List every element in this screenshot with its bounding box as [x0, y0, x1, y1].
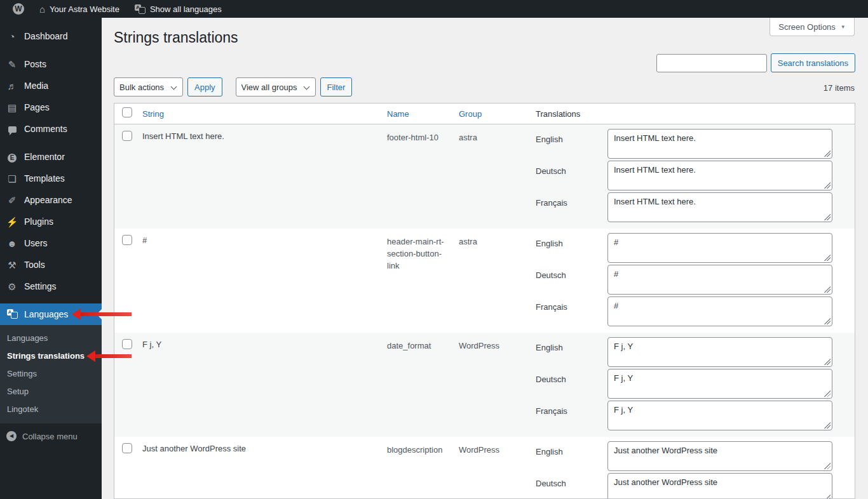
translation-textarea-français[interactable] [607, 296, 832, 326]
collapse-arrow-icon: ◀ [6, 431, 17, 441]
sidebar-item-tools[interactable]: ⚒Tools [0, 254, 102, 276]
row-checkbox[interactable] [122, 131, 132, 141]
group-filter-select[interactable]: View all groups [236, 77, 316, 96]
resize-grip-icon[interactable] [824, 182, 831, 189]
row-checkbox[interactable] [122, 235, 132, 245]
name-cell: blogdescription [382, 437, 454, 499]
resize-grip-icon[interactable] [824, 422, 831, 429]
sidebar-item-dashboard[interactable]: ◔Dashboard [0, 25, 102, 47]
row-checkbox[interactable] [122, 443, 132, 453]
translation-textarea-deutsch[interactable] [607, 265, 832, 295]
translation-row: Français [536, 401, 855, 430]
menu-separator [0, 140, 102, 146]
menu-separator [0, 297, 102, 303]
name-cell: footer-html-10 [382, 124, 454, 229]
wordpress-menu[interactable]: W [5, 0, 32, 18]
dashboard-icon: ◔ [6, 32, 18, 41]
translation-row: English [536, 337, 855, 367]
translation-row: English [536, 129, 855, 159]
sidebar-item-elementor[interactable]: EElementor [0, 146, 102, 168]
string-cell: F j, Y [137, 333, 382, 437]
submenu-item-setup[interactable]: Setup [0, 383, 102, 401]
elementor-icon: E [6, 152, 18, 163]
admin-menu: ◔Dashboard✎Posts♬Media▤PagesCommentsEEle… [0, 18, 102, 423]
translation-textarea-deutsch[interactable] [607, 369, 832, 399]
string-cell: Insert HTML text here. [137, 124, 382, 229]
translation-row: English [536, 441, 855, 471]
collapse-menu-label: Collapse menu [22, 432, 78, 441]
submenu-item-lingotek[interactable]: Lingotek [0, 401, 102, 418]
resize-grip-icon[interactable] [824, 255, 831, 261]
translate-icon [6, 309, 18, 320]
resize-grip-icon[interactable] [824, 318, 831, 324]
sidebar-item-label: Languages [24, 309, 68, 319]
sidebar-item-comments[interactable]: Comments [0, 118, 102, 140]
sidebar-item-posts[interactable]: ✎Posts [0, 53, 102, 75]
translation-row: English [536, 233, 855, 263]
column-header-string[interactable]: String [142, 109, 164, 119]
resize-grip-icon[interactable] [824, 463, 831, 469]
translation-textarea-deutsch[interactable] [607, 473, 832, 499]
table-header-row: String Name Group Translations [114, 103, 855, 124]
bulk-actions-toolbar: Bulk actions Apply View all groups Filte… [114, 77, 352, 96]
show-all-languages[interactable]: Show all languages [127, 0, 229, 18]
group-cell: WordPress [454, 333, 527, 437]
media-icon: ♬ [6, 81, 18, 91]
translation-textarea-français[interactable] [607, 401, 832, 430]
table-row: #header-main-rt-section-button-linkastra… [114, 229, 855, 333]
search-translations-button[interactable]: Search translations [771, 53, 855, 72]
translation-textarea-deutsch[interactable] [607, 161, 832, 190]
resize-grip-icon[interactable] [824, 214, 831, 220]
sidebar-item-pages[interactable]: ▤Pages [0, 96, 102, 118]
sidebar-item-appearance[interactable]: ✐Appearance [0, 189, 102, 211]
apply-button[interactable]: Apply [187, 77, 222, 96]
comment-icon [6, 124, 18, 134]
site-name: Your Astra Website [50, 4, 119, 14]
sidebar-item-label: Tools [24, 260, 45, 270]
filter-button[interactable]: Filter [320, 77, 353, 96]
textarea-wrap [607, 369, 832, 399]
bulk-actions-select[interactable]: Bulk actions [114, 77, 183, 96]
translation-textarea-english[interactable] [607, 129, 832, 159]
translation-textarea-english[interactable] [607, 441, 832, 471]
language-label: Français [536, 296, 607, 326]
home-icon: ⌂ [39, 4, 45, 14]
submenu-item-settings[interactable]: Settings [0, 365, 102, 383]
translation-textarea-english[interactable] [607, 233, 832, 263]
settings-icon: ⚙ [6, 282, 18, 291]
resize-grip-icon[interactable] [824, 495, 831, 499]
search-box: Search translations [656, 53, 855, 72]
sidebar-item-users[interactable]: ☻Users [0, 232, 102, 254]
chevron-down-icon: ▼ [841, 24, 846, 30]
column-header-group[interactable]: Group [459, 109, 482, 119]
row-checkbox[interactable] [122, 339, 132, 349]
sidebar-item-label: Templates [24, 173, 65, 183]
screen-options-tab[interactable]: Screen Options ▼ [770, 18, 855, 36]
submenu-item-languages[interactable]: Languages [0, 329, 102, 347]
admin-bar: W ⌂ Your Astra Website Show all language… [0, 0, 868, 18]
column-header-name[interactable]: Name [387, 109, 409, 119]
select-all-checkbox[interactable] [122, 107, 132, 117]
resize-grip-icon[interactable] [824, 359, 831, 365]
translation-textarea-français[interactable] [607, 192, 832, 222]
translation-textarea-english[interactable] [607, 337, 832, 367]
items-count: 17 items [824, 83, 855, 93]
user-icon: ☻ [6, 239, 18, 248]
textarea-wrap [607, 129, 832, 159]
sidebar-item-templates[interactable]: ❏Templates [0, 168, 102, 189]
collapse-menu-button[interactable]: ◀ Collapse menu [0, 427, 102, 445]
language-label: Deutsch [536, 265, 607, 295]
language-label: English [536, 233, 607, 263]
site-link[interactable]: ⌂ Your Astra Website [32, 0, 127, 18]
resize-grip-icon[interactable] [824, 390, 831, 397]
column-header-translations: Translations [527, 109, 855, 119]
table-body: Insert HTML text here.footer-html-10astr… [114, 124, 855, 499]
translations-cell: EnglishDeutschFrançais [527, 124, 855, 229]
resize-grip-icon[interactable] [824, 150, 831, 157]
resize-grip-icon[interactable] [824, 286, 831, 293]
red-arrow-languages [81, 312, 132, 316]
sidebar-item-settings[interactable]: ⚙Settings [0, 276, 102, 297]
sidebar-item-plugins[interactable]: ⚡Plugins [0, 211, 102, 232]
sidebar-item-media[interactable]: ♬Media [0, 75, 102, 96]
search-input[interactable] [656, 54, 767, 72]
